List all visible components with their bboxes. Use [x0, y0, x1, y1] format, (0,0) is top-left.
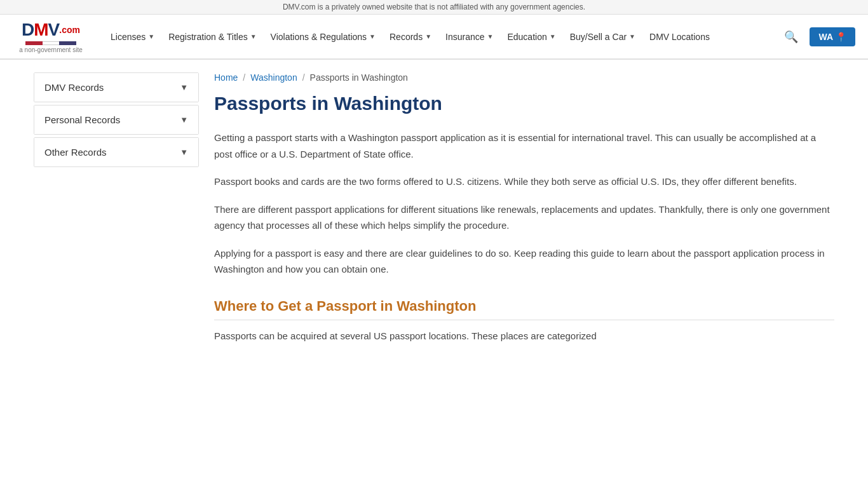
chevron-down-icon: ▼: [425, 33, 431, 40]
search-icon: 🔍: [784, 30, 798, 43]
sidebar-dmv-records-label: DMV Records: [44, 82, 104, 93]
breadcrumb-current: Passports in Washington: [310, 72, 408, 83]
paragraph-1: Getting a passport starts with a Washing…: [214, 130, 834, 162]
paragraph-3: There are different passport application…: [214, 201, 834, 234]
logo-tagline: a non-government site: [19, 46, 83, 53]
header-right: 🔍 WA 📍: [778, 26, 855, 48]
sidebar-section-other-records: Other Records ▼: [34, 137, 199, 167]
nav-licenses[interactable]: Licenses ▼: [104, 27, 161, 47]
state-selector-button[interactable]: WA 📍: [810, 27, 855, 46]
section-paragraph: Passports can be acquired at several US …: [214, 328, 834, 344]
site-header: DMV .com a non-government site Licenses …: [0, 15, 868, 60]
nav-education[interactable]: Education ▼: [501, 27, 562, 47]
top-banner: DMV.com is a privately owned website tha…: [0, 0, 868, 15]
banner-text: DMV.com is a privately owned website tha…: [283, 3, 585, 11]
paragraph-2: Passport books and cards are the two for…: [214, 173, 834, 190]
chevron-down-icon: ▼: [180, 83, 188, 92]
nav-records[interactable]: Records ▼: [383, 27, 438, 47]
logo-com: .com: [59, 25, 80, 35]
logo-wrap: DMV .com a non-government site: [13, 20, 89, 53]
chevron-down-icon: ▼: [180, 147, 188, 157]
sidebar: DMV Records ▼ Personal Records ▼ Other R…: [34, 72, 199, 355]
nav-buy-sell-car[interactable]: Buy/Sell a Car ▼: [564, 27, 642, 47]
sidebar-section-dmv-records: DMV Records ▼: [34, 72, 199, 102]
logo[interactable]: DMV .com: [22, 20, 80, 40]
wa-label: WA: [818, 32, 833, 42]
sidebar-personal-records-label: Personal Records: [44, 114, 120, 125]
search-button[interactable]: 🔍: [778, 26, 804, 48]
nav-insurance[interactable]: Insurance ▼: [439, 27, 499, 47]
nav-dmv-locations[interactable]: DMV Locations: [643, 27, 716, 47]
main-nav: Licenses ▼ Registration & Titles ▼ Viola…: [104, 27, 778, 47]
sidebar-dmv-records-header[interactable]: DMV Records ▼: [34, 73, 198, 102]
logo-stripe: [25, 41, 76, 45]
chevron-down-icon: ▼: [250, 33, 257, 40]
nav-registration-titles[interactable]: Registration & Titles ▼: [162, 27, 262, 47]
main-content: Home / Washington / Passports in Washing…: [214, 72, 834, 355]
section-heading-where-to-get: Where to Get a Passport in Washington: [214, 298, 834, 320]
breadcrumb-sep-2: /: [302, 72, 305, 83]
nav-violations-regulations[interactable]: Violations & Regulations ▼: [264, 27, 382, 47]
chevron-down-icon: ▼: [487, 33, 494, 40]
paragraph-4: Applying for a passport is easy and ther…: [214, 245, 834, 278]
breadcrumb: Home / Washington / Passports in Washing…: [214, 72, 834, 83]
main-container: DMV Records ▼ Personal Records ▼ Other R…: [21, 60, 847, 368]
sidebar-other-records-label: Other Records: [44, 147, 107, 158]
sidebar-personal-records-header[interactable]: Personal Records ▼: [34, 105, 198, 134]
chevron-down-icon: ▼: [629, 33, 635, 40]
page-title: Passports in Washington: [214, 93, 834, 114]
chevron-down-icon: ▼: [369, 33, 376, 40]
breadcrumb-state[interactable]: Washington: [250, 72, 297, 83]
sidebar-other-records-header[interactable]: Other Records ▼: [34, 138, 198, 166]
breadcrumb-sep-1: /: [243, 72, 245, 83]
chevron-down-icon: ▼: [148, 33, 154, 40]
location-icon: 📍: [836, 32, 846, 42]
chevron-down-icon: ▼: [550, 33, 556, 40]
breadcrumb-home[interactable]: Home: [214, 72, 238, 83]
logo-dmv: DMV: [22, 20, 59, 40]
chevron-down-icon: ▼: [180, 115, 188, 125]
sidebar-section-personal-records: Personal Records ▼: [34, 105, 199, 135]
